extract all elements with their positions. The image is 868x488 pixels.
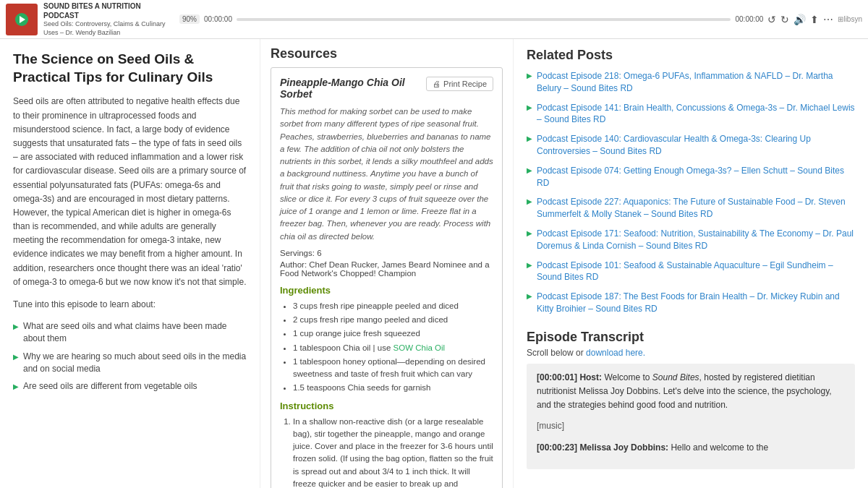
print-icon: 🖨 [433, 80, 441, 88]
arrow-icon: ▶ [527, 229, 532, 237]
rewind-icon[interactable]: ↺ [767, 14, 776, 25]
transcript-text: Hello and welcome to the [671, 442, 768, 453]
arrow-icon: ▶ [527, 197, 532, 205]
speed-badge[interactable]: 90% [179, 14, 200, 24]
recipe-box: Pineapple-Mango Chia Oil Sorbet 🖨 Print … [271, 67, 503, 488]
print-recipe-button[interactable]: 🖨 Print Recipe [426, 77, 493, 91]
arrow-icon: ▶ [527, 134, 532, 142]
list-item: ▶ Are seed oils are different from veget… [13, 380, 247, 393]
more-icon[interactable]: ⋯ [823, 14, 833, 25]
ingredient-prefix: 1 tablespoon Chia oil | use [293, 343, 393, 352]
transcript-entry: [00:00:01] Host: Welcome to Sound Bites,… [537, 371, 845, 413]
music-note: [music] [537, 421, 564, 431]
list-item: ▶ Podcast Episode 227: Aquaponics: The F… [527, 196, 855, 221]
forward-icon[interactable]: ↻ [780, 14, 789, 25]
list-item: ▶ What are seed oils and what claims hav… [13, 320, 247, 345]
libsyn-badge: ⊞libsyn [838, 15, 862, 23]
speaker-label: Melissa Joy Dobbins: [579, 442, 671, 453]
list-item: 3 cups fresh ripe pineapple peeled and d… [293, 300, 493, 312]
transcript-download-link[interactable]: download here. [586, 348, 645, 358]
list-item: 2 cups fresh ripe mango peeled and diced [293, 314, 493, 326]
list-item: 1 tablespoon Chia oil | use SOW Chia Oil [293, 342, 493, 354]
speaker-label: Host: [579, 372, 604, 382]
recipe-title-row: Pineapple-Mango Chia Oil Sorbet 🖨 Print … [280, 77, 493, 100]
related-post-link[interactable]: Podcast Episode 141: Brain Health, Concu… [537, 102, 855, 127]
ingredient-list: 3 cups fresh ripe pineapple peeled and d… [280, 300, 493, 395]
page-title: The Science on Seed Oils & Practical Tip… [13, 51, 247, 86]
transcript-subtitle: Scroll below or download here. [527, 348, 855, 358]
bullet-arrow-icon: ▶ [13, 352, 19, 362]
list-item: 1.5 teaspoons Chia seeds for garnish [293, 382, 493, 394]
time-current: 00:00:00 [204, 15, 232, 23]
related-post-link[interactable]: Podcast Episode 074: Getting Enough Omeg… [537, 165, 855, 189]
bullet-arrow-icon: ▶ [13, 322, 19, 332]
share-icon[interactable]: ⬆ [810, 14, 819, 25]
recipe-title: Pineapple-Mango Chia Oil Sorbet [280, 77, 426, 100]
transcript-entry: [music] [537, 419, 845, 433]
list-item: 1 tablespoon honey optional—depending on… [293, 356, 493, 381]
ingredients-heading: Ingredients [280, 285, 493, 296]
tune-in-heading: Tune into this episode to learn about: [13, 298, 247, 312]
list-item: ▶ Why we are hearing so much about seed … [13, 351, 247, 375]
list-item: ▶ Podcast Episode 141: Brain Health, Con… [527, 102, 855, 127]
list-item: ▶ Podcast Episode 140: Cardiovascular He… [527, 133, 855, 158]
ingredient-text: 1 cup orange juice fresh squeezed [293, 329, 420, 338]
arrow-icon: ▶ [527, 292, 532, 300]
bullet-list: ▶ What are seed oils and what claims hav… [13, 320, 247, 393]
instruction-text: In a shallow non-reactive dish (or a lar… [293, 417, 493, 489]
recipe-servings: Servings: 6 [280, 249, 493, 257]
resources-heading: Resources [271, 46, 503, 61]
left-column: The Science on Seed Oils & Practical Tip… [0, 39, 260, 488]
middle-column: Resources Pineapple-Mango Chia Oil Sorbe… [260, 39, 514, 488]
timestamp: [00:00:23] [537, 442, 579, 453]
related-post-link[interactable]: Podcast Episode 140: Cardiovascular Heal… [537, 133, 855, 158]
print-label: Print Recipe [443, 80, 487, 88]
related-post-link[interactable]: Podcast Episode 187: The Best Foods for … [537, 291, 855, 315]
bullet-text: What are seed oils and what claims have … [23, 320, 247, 345]
bullet-text: Are seed oils are different from vegetab… [23, 380, 197, 393]
transcript-subtitle-text: Scroll below or [527, 348, 584, 358]
bullet-text: Why we are hearing so much about seed oi… [23, 351, 247, 375]
arrow-icon: ▶ [527, 103, 532, 111]
main-layout: The Science on Seed Oils & Practical Tip… [0, 39, 868, 488]
audio-player: SOUND BITES A NUTRITION PODCAST Seed Oil… [0, 0, 868, 39]
ingredient-text: 2 cups fresh ripe mango peeled and diced [293, 315, 448, 324]
play-button[interactable] [15, 13, 28, 26]
instruction-list: In a shallow non-reactive dish (or a lar… [280, 416, 493, 489]
recipe-author: Author: Chef Dean Rucker, James Beard No… [280, 260, 493, 278]
transcript-box: [00:00:01] Host: Welcome to Sound Bites,… [527, 364, 855, 469]
transcript-entry: [00:00:23] Melissa Joy Dobbins: Hello an… [537, 441, 845, 455]
ingredient-text: 3 cups fresh ripe pineapple peeled and d… [293, 301, 459, 310]
transcript-section: Episode Transcript Scroll below or downl… [527, 330, 855, 469]
play-icon [20, 16, 25, 23]
transcript-heading: Episode Transcript [527, 330, 855, 345]
episode-info: SOUND BITES A NUTRITION PODCAST Seed Oil… [43, 1, 174, 37]
recipe-description: This method for making sorbet can be use… [280, 106, 493, 243]
list-item: ▶ Podcast Episode 074: Getting Enough Om… [527, 165, 855, 189]
related-post-link[interactable]: Podcast Episode 101: Seafood & Sustainab… [537, 260, 855, 284]
related-post-link[interactable]: Podcast Episode 227: Aquaponics: The Fut… [537, 196, 855, 221]
list-item: In a shallow non-reactive dish (or a lar… [293, 416, 493, 489]
list-item: 1 cup orange juice fresh squeezed [293, 328, 493, 340]
list-item: ▶ Podcast Episode 218: Omega-6 PUFAs, In… [527, 70, 855, 95]
related-posts-list: ▶ Podcast Episode 218: Omega-6 PUFAs, In… [527, 70, 855, 315]
ingredient-text: 1 tablespoon honey optional—depending on… [293, 357, 485, 378]
related-posts-heading: Related Posts [527, 48, 855, 63]
instructions-heading: Instructions [280, 401, 493, 411]
body-text: Seed oils are often attributed to negati… [13, 95, 247, 289]
arrow-icon: ▶ [527, 72, 532, 80]
related-post-link[interactable]: Podcast Episode 171: Seafood: Nutrition,… [537, 228, 855, 252]
arrow-icon: ▶ [527, 166, 532, 174]
list-item: ▶ Podcast Episode 171: Seafood: Nutritio… [527, 228, 855, 252]
ingredient-text: 1.5 teaspoons Chia seeds for garnish [293, 383, 431, 392]
volume-icon[interactable]: 🔊 [793, 14, 806, 25]
related-post-link[interactable]: Podcast Episode 218: Omega-6 PUFAs, Infl… [537, 70, 855, 95]
arrow-icon: ▶ [527, 261, 532, 269]
right-column: Related Posts ▶ Podcast Episode 218: Ome… [514, 39, 868, 488]
episode-title: Seed Oils: Controversy, Claims & Culinar… [43, 20, 174, 37]
progress-bar[interactable] [237, 18, 731, 21]
podcast-name: SOUND BITES A NUTRITION PODCAST [43, 1, 174, 20]
sow-chia-link[interactable]: SOW Chia Oil [393, 343, 446, 352]
list-item: ▶ Podcast Episode 187: The Best Foods fo… [527, 291, 855, 315]
timestamp: [00:00:01] [537, 372, 579, 382]
